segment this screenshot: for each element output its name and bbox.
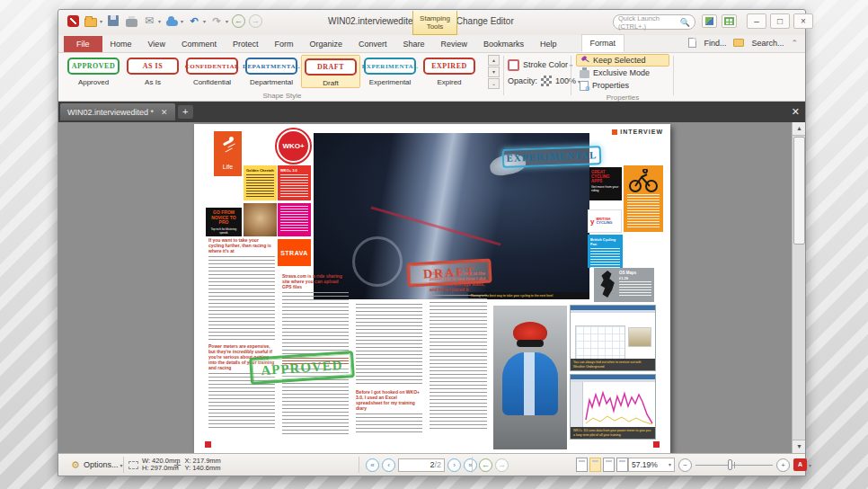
view-forward-button[interactable]: → <box>495 458 509 472</box>
options-button[interactable]: Options... <box>84 460 119 469</box>
adobe-reader-icon[interactable]: A <box>793 458 807 471</box>
view-back-button[interactable]: ← <box>479 458 492 472</box>
save-icon[interactable] <box>106 13 120 28</box>
pane-close-icon[interactable]: ✕ <box>792 106 800 118</box>
page-number-input[interactable]: 2/2 <box>398 458 445 472</box>
chart-caption: WKO+ 3.0 uses data from your power meter… <box>571 427 655 439</box>
stamp-expired[interactable]: EXPIRED Expired <box>420 55 479 88</box>
life-logo: Life <box>214 131 242 176</box>
last-page-button[interactable]: » <box>464 458 477 472</box>
redo-icon[interactable]: ↷ <box>209 13 224 28</box>
maximize-button[interactable]: □ <box>770 13 790 29</box>
tab-view[interactable]: View <box>140 36 173 52</box>
new-tab-button[interactable]: + <box>178 105 193 119</box>
close-button[interactable]: × <box>793 13 813 29</box>
tab-file[interactable]: File <box>64 36 102 52</box>
interview-header: INTERVIEW <box>612 129 663 135</box>
british-cycling-fan-box: British Cycling Fan <box>588 235 623 268</box>
experimental-stamp-annotation[interactable]: EXPERIMENTAL <box>502 146 602 168</box>
zoom-level-select[interactable]: 57.19%▾ <box>628 458 675 472</box>
tab-convert[interactable]: Convert <box>350 36 395 52</box>
undo-icon[interactable]: ↶ <box>187 13 201 28</box>
wko-box: WKO+ 3.0 <box>278 165 311 200</box>
stamp-experimental[interactable]: EXPERIMENTAL Experimental <box>360 55 420 88</box>
scrollbar-thumb[interactable] <box>793 137 805 244</box>
layout-single-page-icon[interactable] <box>576 458 588 472</box>
draft-stamp-annotation[interactable]: DRAFT <box>406 259 492 288</box>
document-tab-close-icon[interactable]: ✕ <box>161 108 168 117</box>
zoom-slider[interactable] <box>695 458 773 472</box>
pdf-page[interactable]: INTERVIEW Racing is the best way to take… <box>194 124 670 453</box>
stamp-approved[interactable]: APPROVED Approved <box>64 55 123 88</box>
opacity-control[interactable]: Opacity: 100% ▾ <box>508 73 580 89</box>
stamp-departmental[interactable]: DEPARTMENTAL Departmental <box>242 55 301 88</box>
minimize-button[interactable]: – <box>747 13 766 29</box>
scroll-up-icon[interactable]: ▲ <box>793 122 805 136</box>
collapse-ribbon-icon[interactable]: ⌃ <box>791 39 798 48</box>
scroll-down-icon[interactable]: ▼ <box>793 440 805 453</box>
tab-comment[interactable]: Comment <box>173 36 225 52</box>
tab-form[interactable]: Form <box>266 36 301 52</box>
stamp-draft[interactable]: DRAFT Draft <box>301 55 360 88</box>
gallery-scroll-up-icon[interactable]: ▴ <box>488 55 500 66</box>
tab-format[interactable]: Format <box>581 34 625 52</box>
title-bar: ▾ ✉▾ ▾ ↶▾ ↷▾ ← → WIN02.interviewedited* … <box>58 10 805 35</box>
stroke-color-control[interactable]: Stroke Color ▾ <box>508 57 580 73</box>
layout-continuous-icon[interactable] <box>616 458 628 472</box>
wko-chart-screenshot: WKO+ 3.0 uses data from your power meter… <box>570 374 656 440</box>
open-dropdown-icon[interactable]: ▾ <box>100 18 102 24</box>
ui-options-icon[interactable] <box>702 14 717 28</box>
history-forward-icon[interactable]: → <box>249 14 262 28</box>
stamp-as-is[interactable]: AS IS As Is <box>123 55 182 88</box>
gallery-expand-icon[interactable]: ⌄ <box>488 78 500 89</box>
tab-home[interactable]: Home <box>102 36 140 52</box>
app-logo-icon[interactable] <box>66 13 80 28</box>
history-back-icon[interactable]: ← <box>232 14 245 28</box>
tab-organize[interactable]: Organize <box>301 36 350 52</box>
app-window: ▾ ✉▾ ▾ ↶▾ ↷▾ ← → WIN02.interviewedited* … <box>58 9 806 476</box>
weather-screenshot: You can always find out when to venture … <box>570 305 656 371</box>
adobe-dropdown-icon[interactable]: ▾ <box>809 462 811 468</box>
vertical-scrollbar[interactable]: ▲ ▼ <box>792 122 805 453</box>
zoom-slider-handle[interactable] <box>728 459 732 470</box>
zoom-in-button[interactable]: + <box>776 458 790 472</box>
session-icon[interactable] <box>722 14 737 28</box>
previous-page-button[interactable]: ‹ <box>382 458 395 472</box>
weather-caption: You can always find out when to venture … <box>571 359 655 370</box>
first-page-button[interactable]: « <box>366 458 379 472</box>
exclusive-mode-button[interactable]: Exclusive Mode <box>576 67 669 79</box>
status-bar: ⚙ Options... ▾ W: 420.0mmH: 297.0mm ✛ X:… <box>58 453 805 476</box>
find-button[interactable]: Find... <box>704 39 726 48</box>
keep-selected-button[interactable]: Keep Selected <box>576 54 669 67</box>
tab-bookmarks[interactable]: Bookmarks <box>475 36 532 52</box>
cloud-icon[interactable] <box>164 13 179 28</box>
zoom-out-button[interactable]: − <box>678 458 692 472</box>
shape-style-group-label: Shape Style <box>64 92 500 100</box>
cloud-dropdown-icon[interactable]: ▾ <box>181 18 183 24</box>
redo-dropdown-icon[interactable]: ▾ <box>226 18 228 24</box>
next-page-button[interactable]: › <box>447 458 461 472</box>
email-dropdown-icon[interactable]: ▾ <box>158 18 161 24</box>
contextual-tab-chip[interactable]: Stamping Tools <box>412 11 457 35</box>
properties-button[interactable]: Properties <box>576 79 669 92</box>
layout-two-pages-icon[interactable] <box>603 458 615 472</box>
tab-review[interactable]: Review <box>433 36 476 52</box>
undo-dropdown-icon[interactable]: ▾ <box>203 18 206 24</box>
document-tab[interactable]: WIN02.interviewedited * ✕ <box>60 103 175 120</box>
print-icon[interactable] <box>124 13 138 28</box>
search-button[interactable]: Search... <box>751 39 784 48</box>
open-icon[interactable] <box>84 13 98 28</box>
document-canvas[interactable]: INTERVIEW Racing is the best way to take… <box>58 122 805 453</box>
tab-protect[interactable]: Protect <box>225 36 267 52</box>
options-gear-icon[interactable]: ⚙ <box>71 459 80 471</box>
stamp-confidential[interactable]: CONFIDENTIAL Confidential <box>182 55 242 88</box>
cursor-coordinates: X: 217.9mmY: 140.6mm <box>184 458 220 473</box>
options-dropdown-icon[interactable]: ▾ <box>120 462 122 468</box>
british-cycling-box: y BRITISHCYCLING <box>588 209 622 233</box>
gallery-scroll-down-icon[interactable]: ▾ <box>488 67 500 77</box>
tab-help[interactable]: Help <box>532 36 565 52</box>
email-icon[interactable]: ✉ <box>142 13 156 28</box>
tab-share[interactable]: Share <box>394 36 432 52</box>
layout-fit-page-icon[interactable] <box>589 458 601 472</box>
quick-launch-input[interactable]: Quick Launch (CTRL+.) 🔍 <box>613 14 695 30</box>
